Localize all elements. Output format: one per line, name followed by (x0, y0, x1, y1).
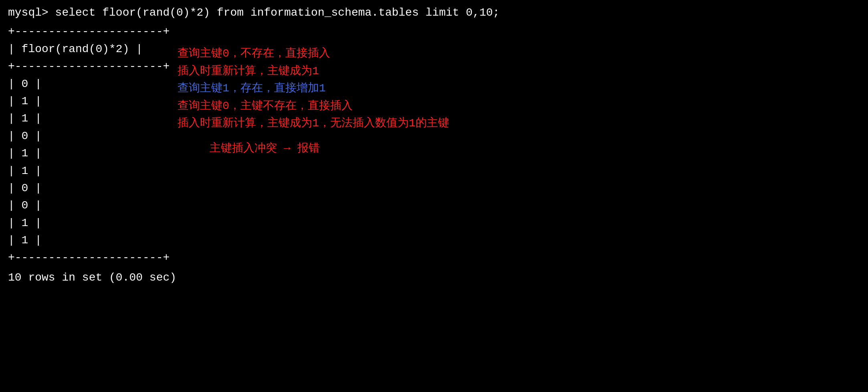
table-left: +----------------------+ | floor(rand(0)… (8, 23, 170, 266)
annotation-4: 插入时重新计算，主键成为1，无法插入数值为1的主键 (178, 115, 449, 132)
conclusion-text: 主键插入冲突 → 报错 (210, 140, 449, 157)
table-row-1: | 1 | (8, 93, 170, 110)
result-summary: 10 rows in set (0.00 sec) (8, 269, 860, 286)
table-wrapper: +----------------------+ | floor(rand(0)… (8, 23, 860, 266)
table-row-3: | 0 | (8, 127, 170, 145)
sql-command: mysql> select floor(rand(0)*2) from info… (8, 4, 860, 21)
annotations-panel: 查询主键0，不存在，直接插入 插入时重新计算，主键成为1 查询主键1，存在，直接… (178, 23, 449, 157)
annotation-1: 插入时重新计算，主键成为1 (178, 63, 449, 80)
terminal-window: mysql> select floor(rand(0)*2) from info… (0, 0, 868, 290)
table-border-top: +----------------------+ (8, 23, 170, 40)
annotation-3: 查询主键0，主键不存在，直接插入 (178, 97, 449, 115)
annotation-2: 查询主键1，存在，直接增加1 (178, 80, 449, 97)
table-row-6: | 0 | (8, 180, 170, 197)
annotation-0: 查询主键0，不存在，直接插入 (178, 45, 449, 62)
table-row-9: | 1 | (8, 232, 170, 249)
table-row-4: | 1 | (8, 145, 170, 162)
table-row-8: | 1 | (8, 214, 170, 232)
table-row-7: | 0 | (8, 197, 170, 214)
table-row-0: | 0 | (8, 75, 170, 93)
table-border-mid: +----------------------+ (8, 58, 170, 75)
table-row-2: | 1 | (8, 110, 170, 127)
table-header: | floor(rand(0)*2) | (8, 40, 170, 58)
table-row-5: | 1 | (8, 162, 170, 180)
table-border-bottom: +----------------------+ (8, 249, 170, 266)
